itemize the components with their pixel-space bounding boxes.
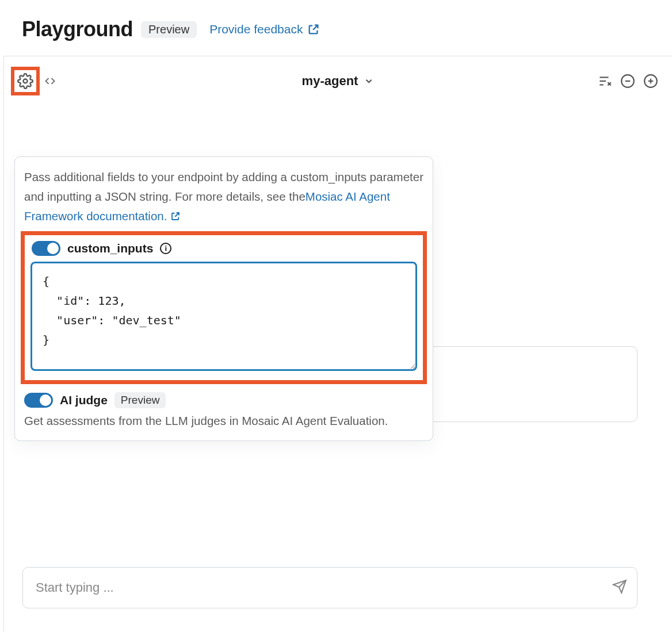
settings-popover: Pass additional fields to your endpoint … xyxy=(14,156,433,441)
custom-inputs-highlight: custom_inputs i xyxy=(21,231,427,384)
custom-inputs-label: custom_inputs xyxy=(67,242,153,255)
ai-judge-label: AI judge xyxy=(60,393,108,407)
ai-judge-toggle[interactable] xyxy=(24,393,53,408)
custom-inputs-textarea[interactable] xyxy=(30,262,417,371)
send-button[interactable] xyxy=(612,579,627,596)
agent-name-label: my-agent xyxy=(302,74,358,89)
chevron-down-icon xyxy=(364,76,374,86)
custom-inputs-toggle[interactable] xyxy=(32,241,60,256)
custom-inputs-description: Pass additional fields to your endpoint … xyxy=(15,167,433,231)
feedback-link-label: Provide feedback xyxy=(209,22,303,36)
remove-panel-button[interactable] xyxy=(620,74,635,89)
provide-feedback-link[interactable]: Provide feedback xyxy=(209,22,320,36)
chat-input[interactable] xyxy=(22,567,637,608)
svg-point-0 xyxy=(24,79,28,83)
plus-circle-icon xyxy=(643,74,658,89)
code-toggle-button[interactable] xyxy=(43,75,57,87)
ai-judge-description: Get assessments from the LLM judges in M… xyxy=(15,408,433,428)
external-link-icon xyxy=(307,23,320,36)
send-icon xyxy=(612,579,627,594)
clear-filters-button[interactable] xyxy=(597,74,612,89)
settings-button[interactable] xyxy=(17,73,33,89)
agent-selector-dropdown[interactable]: my-agent xyxy=(302,74,375,89)
info-icon[interactable]: i xyxy=(160,243,171,254)
external-link-icon xyxy=(170,211,181,221)
filter-clear-icon xyxy=(597,74,612,89)
add-panel-button[interactable] xyxy=(643,74,658,89)
preview-badge: Preview xyxy=(141,21,197,38)
minus-circle-icon xyxy=(620,74,635,89)
page-title: Playground xyxy=(22,17,133,41)
settings-gear-highlight xyxy=(11,67,40,95)
ai-judge-preview-badge: Preview xyxy=(114,392,166,408)
code-icon xyxy=(43,75,57,87)
gear-icon xyxy=(17,73,33,89)
